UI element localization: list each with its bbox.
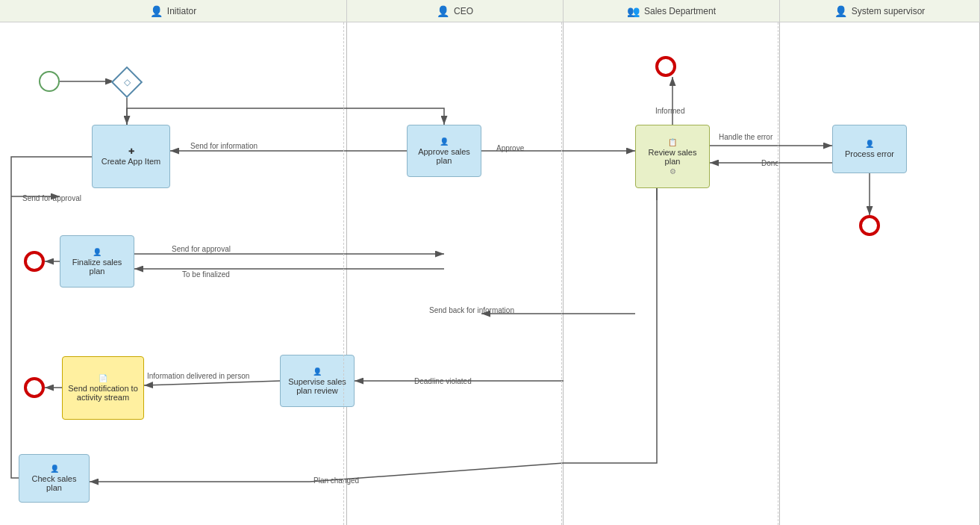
label-to-be-finalized: To be finalized (182, 270, 230, 279)
task-process-error[interactable]: 👤 Process error (832, 125, 907, 173)
task-send-notification[interactable]: 📄 Send notification to activity stream (62, 356, 144, 420)
ceo-icon: 👤 (437, 5, 449, 17)
task-check-label: Check sales plan (24, 474, 84, 492)
task-process-error-icon: 👤 (865, 140, 874, 148)
end-event-supervisor (859, 215, 880, 236)
lane-header-ceo: 👤 CEO (347, 0, 564, 22)
bpmn-diagram: 👤 Initiator 👤 CEO 👥 Sales Department 👤 S… (0, 0, 980, 525)
task-supervise-icon: 👤 (313, 367, 322, 376)
sales-label: Sales Department (644, 6, 716, 16)
lane-header-supervisor: 👤 System supervisor (780, 0, 980, 22)
ceo-label: CEO (454, 6, 473, 16)
supervisor-icon: 👤 (834, 5, 847, 17)
label-send-back-info: Send back for information (429, 306, 514, 314)
task-approve-sales[interactable]: 👤 Approve sales plan (407, 125, 481, 177)
end-event-finalize (24, 251, 45, 272)
task-check-icon: 👤 (50, 465, 59, 473)
label-approve: Approve (496, 144, 524, 152)
task-finalize-label: Finalize sales plan (65, 258, 129, 276)
lane-header-sales: 👥 Sales Department (564, 0, 780, 22)
subprocess-icon: ⚙ (670, 167, 676, 175)
divider-2 (561, 22, 562, 525)
task-approve-label: Approve sales plan (412, 147, 476, 165)
initiator-label: Initiator (167, 6, 196, 16)
task-create-app[interactable]: ✚ Create App Item (92, 125, 170, 188)
supervisor-label: System supervisor (852, 6, 926, 16)
task-create-app-icon: ✚ (128, 147, 134, 155)
sales-icon: 👥 (627, 5, 640, 17)
label-send-for-approval-2: Send for approval (172, 245, 231, 253)
task-review-icon: 📋 (668, 138, 677, 146)
task-notif-icon: 📄 (99, 374, 107, 382)
task-notif-label: Send notification to activity stream (67, 384, 139, 402)
task-check-sales[interactable]: 👤 Check sales plan (19, 454, 90, 503)
task-finalize-icon: 👤 (93, 248, 102, 256)
label-send-for-approval-1: Send for approval (22, 194, 81, 202)
task-create-app-label: Create App Item (102, 157, 161, 166)
lane-bg-initiator (0, 22, 347, 525)
task-review-sales[interactable]: 📋 Review sales plan ⚙ (635, 125, 710, 188)
divider-3 (778, 22, 778, 525)
lane-bg-ceo (347, 22, 564, 525)
lane-bg-supervisor (780, 22, 980, 525)
label-handle-error: Handle the error (719, 133, 773, 141)
label-send-for-info: Send for information (190, 142, 258, 150)
lane-header-initiator: 👤 Initiator (0, 0, 347, 22)
task-process-error-label: Process error (845, 149, 894, 158)
label-done: Done (761, 159, 779, 167)
label-deadline-violated: Deadline violated (414, 377, 472, 385)
end-event-notification (24, 377, 45, 398)
task-finalize-sales[interactable]: 👤 Finalize sales plan (60, 235, 134, 288)
start-event[interactable] (39, 71, 60, 92)
task-approve-icon: 👤 (440, 137, 449, 146)
label-info-delivered: Information delivered in person (147, 372, 249, 380)
lane-bg-sales (564, 22, 780, 525)
task-review-label: Review sales plan (640, 148, 705, 166)
initiator-icon: 👤 (150, 5, 163, 17)
end-event-informed (655, 56, 676, 77)
divider-1 (343, 22, 344, 525)
label-informed: Informed (655, 107, 684, 115)
task-supervise-label: Supervise sales plan review (285, 377, 349, 395)
label-plan-changed: Plan changed (313, 476, 359, 485)
